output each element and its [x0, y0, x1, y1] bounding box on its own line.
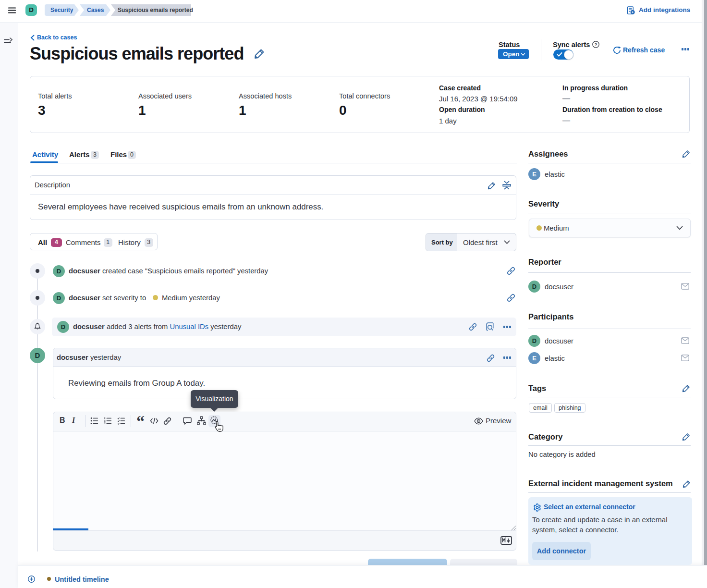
svg-text:?: ?: [595, 42, 597, 47]
